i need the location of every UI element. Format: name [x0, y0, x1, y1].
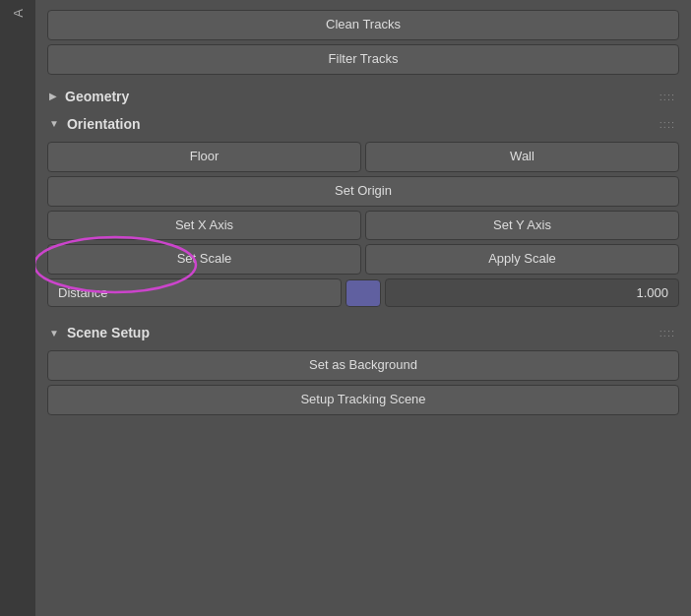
distance-value: 1.000 — [385, 278, 679, 307]
orientation-section-header[interactable]: ▼ Orientation :::: — [47, 110, 679, 138]
scene-setup-content: Set as Background Setup Tracking Scene — [47, 346, 679, 423]
set-origin-button[interactable]: Set Origin — [47, 176, 679, 207]
distance-row: Distance 1.000 — [47, 278, 679, 307]
scene-setup-arrow-icon: ▼ — [49, 328, 59, 339]
scale-row: Set Scale Apply Scale — [47, 244, 679, 275]
top-buttons-group: Clean Tracks Filter Tracks — [47, 10, 679, 75]
filter-tracks-button[interactable]: Filter Tracks — [47, 44, 679, 75]
scene-setup-section: ▼ Scene Setup :::: Set as Background Set… — [47, 319, 679, 423]
orientation-title: Orientation — [67, 116, 141, 132]
setup-tracking-scene-button[interactable]: Setup Tracking Scene — [47, 385, 679, 415]
geometry-section-header[interactable]: ▶ Geometry :::: — [47, 83, 679, 110]
floor-wall-row: Floor Wall — [47, 142, 679, 172]
orientation-arrow-icon: ▼ — [49, 118, 59, 129]
axis-row: Set X Axis Set Y Axis — [47, 211, 679, 241]
left-strip: A — [0, 0, 35, 616]
scene-setup-dots: :::: — [660, 327, 675, 339]
clean-tracks-button[interactable]: Clean Tracks — [47, 10, 679, 40]
floor-button[interactable]: Floor — [47, 142, 361, 172]
set-y-axis-button[interactable]: Set Y Axis — [365, 211, 679, 241]
apply-scale-button[interactable]: Apply Scale — [365, 244, 679, 275]
orientation-section: ▼ Orientation :::: Floor Wall Set Origin… — [47, 110, 679, 316]
distance-toggle[interactable] — [346, 279, 381, 307]
scene-setup-section-header[interactable]: ▼ Scene Setup :::: — [47, 319, 679, 346]
set-scale-button[interactable]: Set Scale — [47, 244, 361, 275]
scene-setup-title: Scene Setup — [67, 325, 150, 340]
distance-label: Distance — [47, 278, 342, 307]
geometry-dots: :::: — [660, 91, 675, 102]
geometry-arrow-icon: ▶ — [49, 91, 57, 101]
wall-button[interactable]: Wall — [365, 142, 679, 172]
content-area: Clean Tracks Filter Tracks ▶ Geometry ::… — [35, 0, 691, 616]
left-strip-label: A — [11, 8, 26, 18]
geometry-title: Geometry — [65, 89, 129, 104]
scale-row-wrapper: Set Scale Apply Scale — [47, 244, 679, 275]
orientation-content: Floor Wall Set Origin Set X Axis Set Y A… — [47, 138, 679, 316]
set-as-background-button[interactable]: Set as Background — [47, 350, 679, 381]
orientation-dots: :::: — [660, 118, 675, 130]
set-x-axis-button[interactable]: Set X Axis — [47, 211, 361, 241]
main-panel: A Clean Tracks Filter Tracks ▶ Geometry … — [0, 0, 691, 616]
